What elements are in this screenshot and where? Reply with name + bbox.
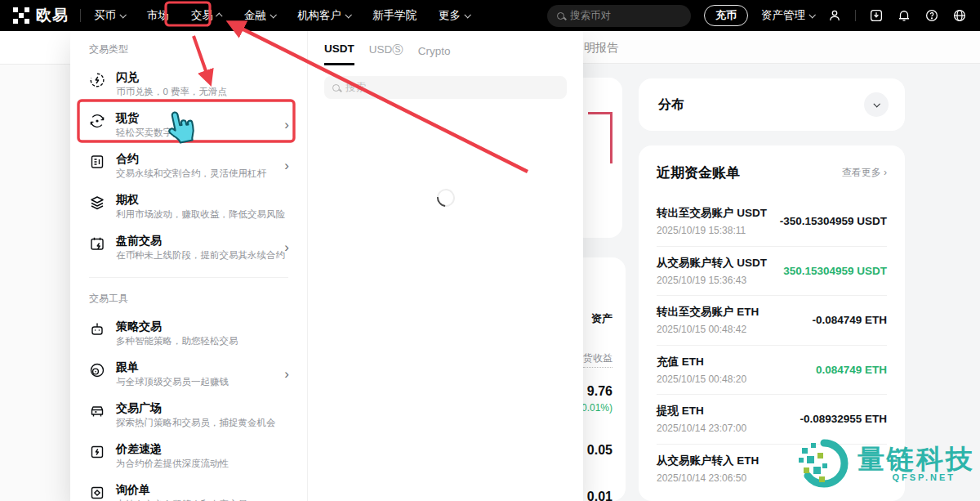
expand-distribution-button[interactable] xyxy=(864,92,889,117)
menu-item-desc: 轻松买卖数字货币 xyxy=(116,127,191,138)
chevron-down-icon xyxy=(464,11,470,18)
nav-divider xyxy=(80,9,81,22)
options-layers-icon xyxy=(89,195,105,211)
nav-item-label: 交易 xyxy=(191,8,213,23)
okx-logo[interactable]: 欧易 xyxy=(0,5,69,26)
section-label-trade-types: 交易类型 xyxy=(89,42,307,56)
menu-item-title: 闪兑 xyxy=(116,70,227,83)
chevron-right-icon: › xyxy=(284,366,289,382)
chevron-down-icon xyxy=(808,11,815,18)
chevron-right-icon: › xyxy=(284,239,289,256)
trade-dropdown-panel: 交易类型 闪兑币币兑换，0 费率，无滑点 现货轻松买卖数字货币 › 合约交易永续… xyxy=(70,31,583,501)
bill-title: 充值 ETH xyxy=(657,355,746,369)
menu-item-desc: 与全球顶级交易员一起赚钱 xyxy=(116,376,229,387)
bill-row[interactable]: 转出至交易账户 USDT2025/10/19 15:38:11 -350.153… xyxy=(657,197,887,247)
menu-item-strategy[interactable]: 策略交易多种智能策略，助您轻松交易 xyxy=(70,315,307,356)
nav-item-buy[interactable]: 买币 xyxy=(94,8,125,23)
menu-item-square[interactable]: 交易广场探索热门策略和交易员，捕捉黄金机会 xyxy=(70,397,307,438)
nav-item-label: 金融 xyxy=(244,8,266,23)
nav-item-more[interactable]: 更多 xyxy=(439,8,470,23)
fragment-yield-label: 货收益 xyxy=(583,351,612,368)
nav-item-markets[interactable]: 市场 xyxy=(147,8,169,23)
okx-logo-icon xyxy=(13,7,29,24)
nav-right-group: 充币 资产管理 xyxy=(547,5,980,27)
annotation-line-fragment xyxy=(610,112,612,163)
menu-item-title: 期权 xyxy=(116,193,285,206)
bill-amount: -0.084749 ETH xyxy=(812,314,887,326)
watermark-site: QFSP.NET xyxy=(892,472,956,482)
bill-amount: 350.15304959 USDT xyxy=(783,265,887,277)
assets-label: 资产管理 xyxy=(761,8,805,23)
menu-item-title: 跟单 xyxy=(116,360,229,374)
bill-amount: -0.08932955 ETH xyxy=(800,413,887,425)
trading-square-icon xyxy=(89,403,105,419)
bill-title: 从交易账户转入 USDT xyxy=(657,256,767,271)
nav-item-label: 机构客户 xyxy=(297,8,341,23)
menu-item-title: 询价单 xyxy=(116,483,247,496)
tab-usds[interactable]: USDⓈ xyxy=(369,42,403,65)
menu-item-copy-trading[interactable]: 跟单与全球顶级交易员一起赚钱 › xyxy=(70,356,307,397)
nav-item-institutional[interactable]: 机构客户 xyxy=(297,8,350,23)
bill-time: 2025/10/14 23:07:00 xyxy=(657,423,746,434)
bill-amount: -350.15304959 USDT xyxy=(780,215,887,227)
menu-item-futures[interactable]: 合约交易永续和交割合约，灵活使用杠杆 › xyxy=(70,148,307,189)
strategy-bot-icon xyxy=(89,321,105,338)
fragment-percent: (0.01%) xyxy=(578,402,612,414)
menu-item-convert[interactable]: 闪兑币币兑换，0 费率，无滑点 xyxy=(70,66,307,107)
nav-item-label: 市场 xyxy=(147,8,169,23)
fragment-value: 0.01 xyxy=(587,490,612,501)
tab-crypto[interactable]: Crypto xyxy=(418,45,451,65)
user-icon[interactable] xyxy=(827,8,842,23)
currency-panel: USDT USDⓈ Crypto xyxy=(307,31,583,501)
watermark: 量链科技 QFSP.NET xyxy=(797,436,975,490)
menu-item-title: 盘前交易 xyxy=(116,234,285,247)
menu-item-title: 价差速递 xyxy=(116,442,229,455)
bill-row[interactable]: 从交易账户转入 USDT2025/10/19 15:36:43 350.1530… xyxy=(657,247,887,297)
fragment-value: 0.05 xyxy=(587,443,612,458)
copy-trading-icon xyxy=(89,362,105,378)
distribution-card: 分布 xyxy=(639,78,905,131)
chevron-right-icon: › xyxy=(284,117,289,133)
assets-menu[interactable]: 资产管理 xyxy=(761,8,814,23)
menu-item-desc: 在币种未上线阶段，提前交易其永续合约 xyxy=(116,249,285,261)
menu-item-desc: 交易永续和交割合约，灵活使用杠杆 xyxy=(116,168,266,179)
bill-time: 2025/10/19 15:38:11 xyxy=(657,225,767,236)
nav-item-trade[interactable]: 交易 xyxy=(191,8,222,23)
partial-tab-report[interactable]: 明报告 xyxy=(582,31,980,64)
pair-search-input[interactable] xyxy=(570,10,668,21)
help-icon[interactable] xyxy=(924,8,939,23)
bill-row[interactable]: 充值 ETH2025/10/15 00:48:20 0.084749 ETH xyxy=(657,346,887,396)
menu-item-desc: 币币兑换，0 费率，无滑点 xyxy=(116,86,227,97)
notifications-bell-icon[interactable] xyxy=(897,8,911,23)
search-icon xyxy=(332,84,340,92)
download-app-icon[interactable] xyxy=(869,8,884,23)
bill-time: 2025/10/19 15:36:43 xyxy=(657,275,767,286)
chevron-down-icon xyxy=(270,11,276,18)
menu-item-spot[interactable]: 现货轻松买卖数字货币 › xyxy=(70,107,307,148)
nav-item-academy[interactable]: 新手学院 xyxy=(372,8,416,23)
search-icon xyxy=(557,12,564,20)
menu-item-title: 策略交易 xyxy=(116,320,238,333)
pair-search-box[interactable] xyxy=(547,5,691,27)
deposit-button[interactable]: 充币 xyxy=(704,5,748,26)
fragment-value: 9.76 xyxy=(587,384,612,399)
loading-spinner xyxy=(434,186,459,211)
menu-item-options[interactable]: 期权利用市场波动，赚取收益，降低交易风险 xyxy=(70,189,307,230)
view-more-link[interactable]: 查看更多 › xyxy=(842,166,887,180)
distribution-title: 分布 xyxy=(658,96,864,114)
menu-item-spread[interactable]: 价差速递为合约价差提供深度流动性 xyxy=(70,438,307,479)
menu-item-premarket[interactable]: 盘前交易在币种未上线阶段，提前交易其永续合约 › xyxy=(70,230,307,271)
currency-search-input[interactable] xyxy=(345,82,541,93)
nav-item-finance[interactable]: 金融 xyxy=(244,8,275,23)
chevron-down-icon xyxy=(345,11,351,18)
menu-item-rfq[interactable]: 询价单支持自定义多腿策略和大宗交易 xyxy=(70,479,307,501)
top-navbar: 欧易 买币 市场 交易 金融 机构客户 新手学院 更多 充币 资产管理 xyxy=(0,0,980,31)
rfq-icon xyxy=(89,485,105,501)
tab-usdt[interactable]: USDT xyxy=(324,42,354,65)
futures-contract-icon xyxy=(89,154,105,170)
chevron-down-icon xyxy=(873,101,880,107)
language-globe-icon[interactable] xyxy=(952,8,967,23)
bill-row[interactable]: 转出至交易账户 ETH2025/10/15 00:48:42 -0.084749… xyxy=(657,296,887,346)
currency-search-box[interactable] xyxy=(324,76,567,99)
menu-item-desc: 多种智能策略，助您轻松交易 xyxy=(116,335,238,347)
